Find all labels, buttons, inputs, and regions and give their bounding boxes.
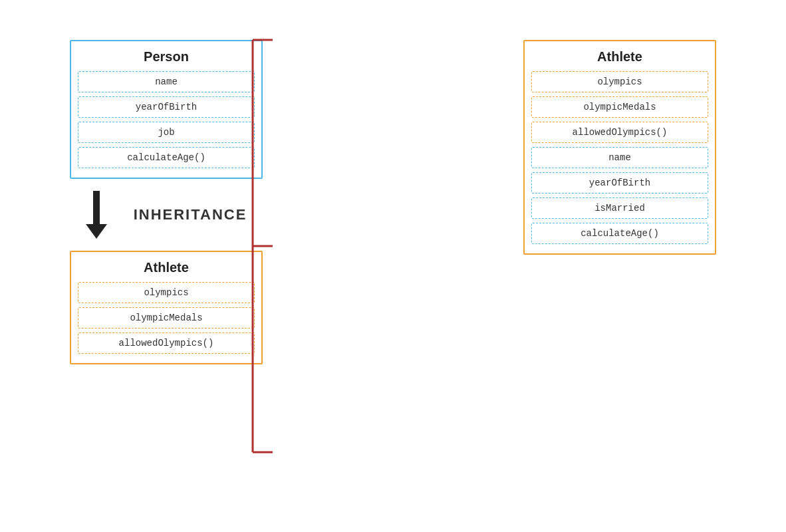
athlete-right-field-olympics: olympics [531, 71, 708, 92]
athlete-box-left: Athlete olympics olympicMedals allowedOl… [70, 251, 263, 364]
athlete-right-field-ismarried: isMarried [531, 198, 708, 219]
athlete-field-olympics: olympics [78, 282, 255, 303]
athlete-field-olympicmedals: olympicMedals [78, 307, 255, 329]
athlete-right-field-name: name [531, 147, 708, 168]
diagram-container: Person name yearOfBirth job calculateAge… [0, 0, 786, 532]
bracket-connector [239, 20, 293, 472]
person-box: Person name yearOfBirth job calculateAge… [70, 40, 263, 179]
athlete-title-left: Athlete [71, 252, 261, 282]
athlete-fields-right: olympics olympicMedals allowedOlympics()… [525, 71, 715, 248]
athlete-right-field-allowedolympics: allowedOlympics() [531, 122, 708, 143]
arrow-shaft [93, 191, 100, 224]
athlete-fields-left: olympics olympicMedals allowedOlympics() [71, 282, 261, 358]
person-fields: name yearOfBirth job calculateAge() [71, 71, 261, 172]
athlete-box-right: Athlete olympics olympicMedals allowedOl… [523, 40, 716, 255]
person-title: Person [71, 41, 261, 71]
person-field-job: job [78, 122, 255, 143]
person-field-name: name [78, 71, 255, 92]
inheritance-label: INHERITANCE [134, 206, 247, 223]
arrow-down [86, 191, 107, 239]
arrow-head [86, 224, 107, 239]
right-side: Athlete olympics olympicMedals allowedOl… [493, 27, 746, 255]
athlete-right-field-yearofbirth: yearOfBirth [531, 172, 708, 194]
athlete-field-allowedolympics: allowedOlympics() [78, 332, 255, 354]
person-field-calculateage: calculateAge() [78, 147, 255, 168]
athlete-title-right: Athlete [525, 41, 715, 71]
person-field-yearofbirth: yearOfBirth [78, 96, 255, 118]
inheritance-arrow-row: INHERITANCE [86, 179, 247, 251]
athlete-right-field-calculateage: calculateAge() [531, 223, 708, 244]
athlete-right-field-olympicmedals: olympicMedals [531, 96, 708, 118]
